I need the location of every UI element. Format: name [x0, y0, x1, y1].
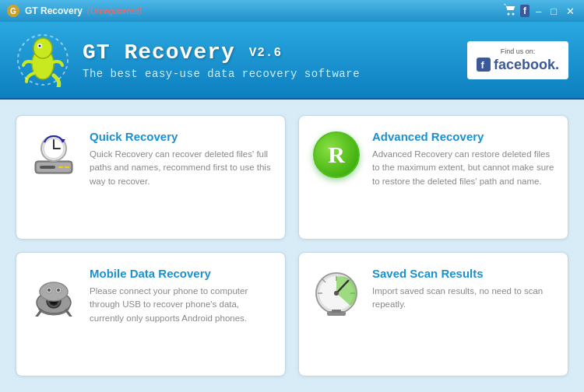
advanced-r-icon: R [313, 131, 360, 178]
advanced-recovery-title: Advanced Recovery [372, 130, 555, 143]
advanced-recovery-desc: Advanced Recovery can restore deleted fi… [372, 148, 555, 188]
facebook-logo-icon: f [477, 58, 491, 72]
saved-scan-icon [311, 267, 361, 317]
facebook-badge[interactable]: Find us on: f facebook. [467, 41, 568, 79]
title-bar-controls: f – □ ✕ [503, 3, 578, 19]
svg-point-30 [47, 289, 51, 292]
maximize-button[interactable]: □ [547, 6, 560, 16]
svg-point-31 [57, 289, 60, 292]
facebook-name-row: f facebook. [477, 57, 559, 73]
saved-scan-desc: Import saved scan results, no need to sc… [372, 285, 555, 312]
mobile-recovery-body: Mobile Data Recovery Please connect your… [90, 267, 273, 325]
gecko-icon [16, 33, 70, 87]
close-button[interactable]: ✕ [563, 6, 578, 16]
advanced-recovery-body: Advanced Recovery Advanced Recovery can … [372, 130, 555, 188]
svg-point-7 [39, 45, 41, 47]
svg-point-2 [507, 13, 509, 16]
svg-rect-45 [332, 310, 341, 313]
main-content: Quick Recovery Quick Recovery can recove… [0, 100, 584, 392]
svg-text:f: f [480, 59, 484, 71]
quick-recovery-desc: Quick Recovery can recover deleted files… [90, 148, 273, 188]
advanced-recovery-card[interactable]: R Advanced Recovery Advanced Recovery ca… [298, 115, 568, 240]
svg-line-32 [37, 310, 41, 317]
app-title: GT Recovery [25, 5, 83, 16]
minimize-button[interactable]: – [533, 6, 544, 16]
gecko-small-icon: G [6, 4, 20, 18]
saved-scan-body: Saved Scan Results Import saved scan res… [372, 267, 555, 312]
header: GT Recovery V2.6 The best easy-use data … [0, 22, 584, 100]
title-bar: G GT Recovery (Unregistered) f – □ ✕ [0, 0, 584, 22]
find-us-text: Find us on: [501, 47, 536, 55]
saved-scan-title: Saved Scan Results [372, 267, 555, 280]
mobile-recovery-icon [29, 267, 79, 317]
header-title-block: GT Recovery V2.6 The best easy-use data … [83, 40, 360, 80]
quick-recovery-icon [29, 130, 79, 180]
saved-scan-card[interactable]: Saved Scan Results Import saved scan res… [298, 252, 568, 376]
quick-recovery-title: Quick Recovery [90, 130, 273, 143]
svg-rect-14 [58, 166, 63, 168]
app-header-title: GT Recovery V2.6 [83, 40, 360, 65]
mobile-recovery-desc: Please connect your phone to computer th… [90, 285, 273, 325]
registration-status: (Unregistered) [87, 6, 142, 16]
svg-text:G: G [10, 7, 16, 16]
mobile-recovery-title: Mobile Data Recovery [90, 267, 273, 280]
svg-point-42 [334, 291, 339, 296]
svg-line-33 [66, 310, 71, 317]
facebook-label: facebook. [494, 57, 559, 73]
title-bar-left: G GT Recovery (Unregistered) [6, 4, 142, 18]
svg-rect-13 [40, 166, 55, 169]
advanced-recovery-icon: R [311, 130, 361, 180]
cart-button[interactable] [503, 3, 517, 19]
svg-rect-15 [65, 166, 69, 168]
facebook-small-button[interactable]: f [520, 5, 529, 17]
quick-recovery-body: Quick Recovery Quick Recovery can recove… [90, 130, 273, 188]
svg-point-27 [40, 282, 68, 301]
mobile-recovery-card[interactable]: Mobile Data Recovery Please connect your… [16, 252, 286, 376]
svg-point-3 [512, 13, 514, 16]
header-subtitle: The best easy-use data recovery software [83, 68, 360, 80]
header-left: GT Recovery V2.6 The best easy-use data … [16, 33, 360, 87]
svg-point-5 [33, 38, 52, 58]
quick-recovery-card[interactable]: Quick Recovery Quick Recovery can recove… [16, 115, 286, 240]
